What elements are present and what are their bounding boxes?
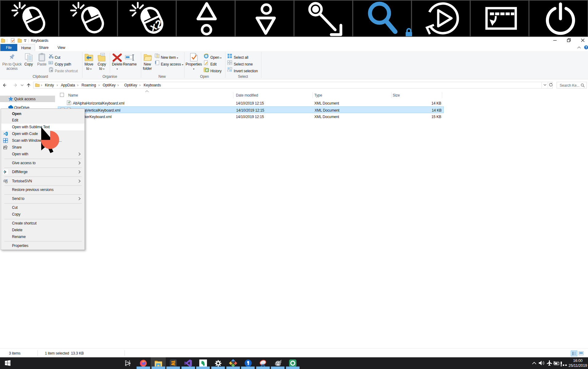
svg-text:?: ? [585,46,587,49]
svg-text:W: W [49,62,51,64]
